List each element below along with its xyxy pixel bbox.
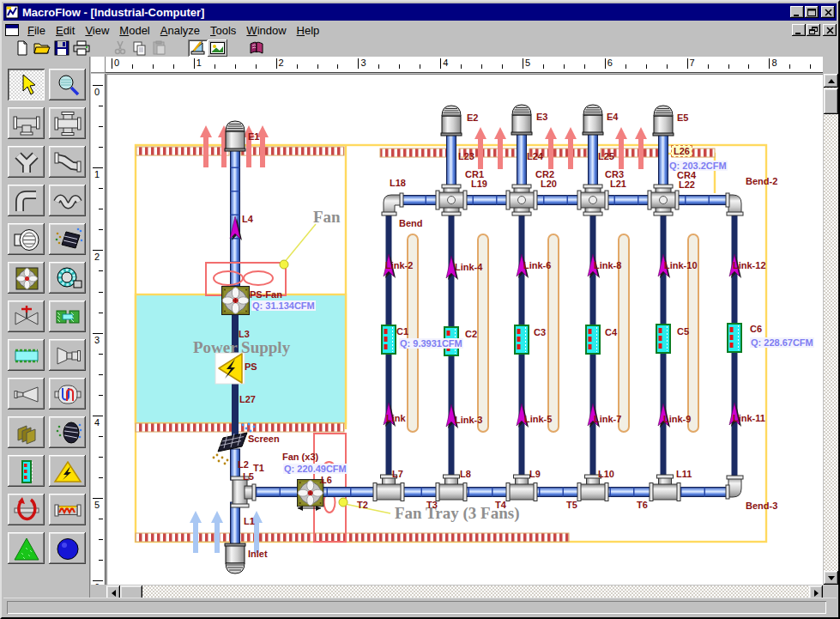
label-ps-fan[interactable]: PS-Fan: [250, 289, 282, 300]
label-t3[interactable]: T3: [426, 500, 438, 510]
menu-help[interactable]: Help: [292, 22, 325, 39]
scroll-up-button[interactable]: [824, 74, 838, 88]
mdi-restore-button[interactable]: [807, 24, 820, 36]
tray-fan-icon[interactable]: [297, 479, 323, 506]
tool-screen-spray[interactable]: [49, 223, 86, 255]
tool-zoom[interactable]: [49, 69, 86, 100]
label-t6[interactable]: T6: [637, 500, 648, 510]
label-t1[interactable]: T1: [253, 463, 264, 473]
label-c2[interactable]: C2: [465, 329, 477, 339]
label-c5[interactable]: C5: [677, 326, 689, 337]
close-button[interactable]: [821, 6, 835, 18]
diagram-canvas[interactable]: E1L4FanPS-FanQ: 31.134CFMPower SupplyL3P…: [106, 74, 823, 585]
label-c4[interactable]: C4: [605, 327, 617, 337]
label-power-supply[interactable]: Power Supply: [193, 339, 290, 356]
label-e1[interactable]: E1: [248, 131, 259, 142]
tool-mesh-dome[interactable]: [49, 416, 86, 448]
label-link-12[interactable]: Link-12: [733, 260, 766, 270]
label-q-31-134cfm[interactable]: Q: 31.134CFM: [251, 300, 316, 311]
model-mode-button[interactable]: [188, 39, 208, 57]
tool-valve[interactable]: [8, 300, 45, 332]
menu-file[interactable]: File: [22, 22, 51, 39]
tool-coupling[interactable]: [49, 300, 86, 332]
print-button[interactable]: [71, 39, 91, 57]
tool-cross-junction[interactable]: [49, 107, 86, 139]
label-e3[interactable]: E3: [536, 112, 547, 122]
titlebar[interactable]: MacroFlow - [Industrial-Computer]: [3, 3, 837, 21]
label-e5[interactable]: E5: [677, 112, 688, 123]
label-l25[interactable]: L25: [598, 151, 614, 161]
label-l5[interactable]: L5: [243, 471, 254, 482]
copy-button[interactable]: [130, 39, 149, 57]
label-bend[interactable]: Bend: [399, 218, 423, 228]
tool-round-vent[interactable]: [8, 223, 45, 255]
label-l20[interactable]: L20: [541, 179, 557, 189]
label-l22[interactable]: L22: [679, 179, 695, 190]
label-q-220-49cfm[interactable]: Q: 220.49CFM: [283, 464, 347, 474]
tool-nozzle[interactable]: [49, 339, 86, 371]
help-book-button[interactable]: [246, 39, 266, 57]
results-view-button[interactable]: [208, 39, 227, 57]
label-c3[interactable]: C3: [534, 327, 546, 337]
label-l21[interactable]: L21: [610, 179, 626, 189]
open-button[interactable]: [32, 39, 51, 57]
label-l7[interactable]: L7: [392, 469, 403, 479]
label-l4[interactable]: L4: [242, 214, 253, 224]
maximize-button[interactable]: [805, 6, 819, 18]
label-q-228-67cfm[interactable]: Q: 228.67CFM: [750, 337, 814, 348]
label-l11[interactable]: L11: [676, 469, 692, 479]
label-bend-3[interactable]: Bend-3: [746, 501, 777, 511]
scroll-down-button[interactable]: [824, 571, 838, 585]
label-bend-2[interactable]: Bend-2: [746, 176, 777, 186]
menu-tools[interactable]: Tools: [205, 22, 241, 39]
menu-edit[interactable]: Edit: [51, 22, 80, 39]
label-fan[interactable]: Fan: [313, 209, 341, 226]
tool-flex-duct[interactable]: [49, 185, 86, 216]
label-screen[interactable]: Screen: [248, 434, 280, 444]
label-t2[interactable]: T2: [357, 500, 368, 510]
paste-button[interactable]: [149, 39, 169, 57]
menu-window[interactable]: Window: [241, 22, 291, 39]
label-l3[interactable]: L3: [239, 329, 250, 339]
minimize-button[interactable]: [790, 6, 804, 18]
label-l18[interactable]: L18: [390, 178, 406, 188]
tool-select-cursor[interactable]: [8, 69, 45, 100]
label-c6[interactable]: C6: [750, 324, 762, 334]
label-link-4[interactable]: Link-4: [455, 262, 482, 272]
label-l10[interactable]: L10: [598, 469, 614, 479]
tool-heater[interactable]: [49, 494, 86, 525]
label-link-8[interactable]: Link-8: [594, 260, 621, 270]
tool-elbow[interactable]: [8, 185, 45, 216]
tool-board-stack[interactable]: [8, 416, 45, 448]
inlet-vent[interactable]: [225, 543, 245, 573]
menu-view[interactable]: View: [80, 22, 114, 39]
label-l9[interactable]: L9: [529, 469, 541, 479]
tool-heat-exchanger[interactable]: [49, 378, 86, 410]
ps-fan-icon[interactable]: [222, 287, 250, 315]
label-link-3[interactable]: Link-3: [455, 415, 482, 425]
menu-model[interactable]: Model: [114, 22, 154, 39]
vertical-scrollbar[interactable]: [824, 74, 838, 585]
tool-diffuser[interactable]: [8, 378, 45, 410]
cut-button[interactable]: [110, 39, 130, 57]
tool-circuit-card[interactable]: [8, 455, 45, 487]
mdi-document-icon[interactable]: [5, 24, 19, 36]
label-link-5[interactable]: Link-5: [524, 414, 552, 424]
tool-axial-fan[interactable]: [8, 262, 45, 294]
label-fan-x3[interactable]: Fan (x3): [282, 452, 318, 462]
label-l2[interactable]: L2: [238, 459, 249, 470]
tool-straight-duct[interactable]: [8, 339, 45, 371]
label-l26[interactable]: L26: [671, 145, 692, 157]
tool-power-source[interactable]: [49, 455, 86, 487]
label-l6[interactable]: L6: [321, 475, 332, 485]
label-e2[interactable]: E2: [467, 112, 478, 123]
label-link-9[interactable]: Link-9: [663, 414, 691, 424]
label-l27[interactable]: L27: [239, 394, 256, 404]
vertical-scroll-thumb[interactable]: [824, 88, 838, 114]
label-ps[interactable]: PS: [245, 361, 257, 372]
power-supply-icon[interactable]: [215, 353, 245, 384]
label-link-6[interactable]: Link-6: [523, 260, 551, 270]
menu-analyze[interactable]: Analyze: [155, 22, 205, 39]
label-l1[interactable]: L1: [244, 516, 255, 526]
label-link-10[interactable]: Link-10: [664, 260, 698, 270]
